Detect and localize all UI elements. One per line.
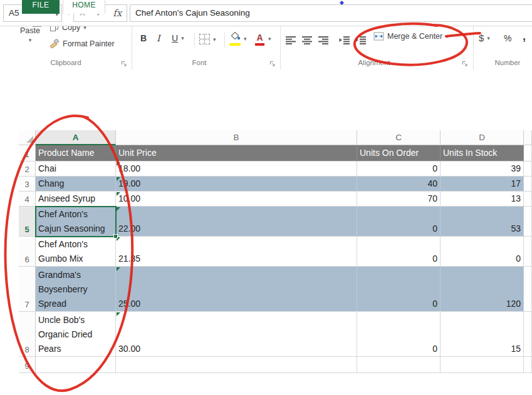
cell-B1[interactable]: Unit Price bbox=[116, 145, 357, 162]
cell-C9[interactable] bbox=[357, 357, 441, 373]
fill-handle[interactable] bbox=[113, 234, 118, 239]
tab-home[interactable]: HOME bbox=[63, 0, 105, 14]
decrease-indent-button[interactable] bbox=[337, 32, 352, 48]
bold-button[interactable]: B bbox=[140, 33, 147, 43]
comma-style-button[interactable]: , bbox=[523, 30, 526, 43]
cell-C6[interactable]: 0 bbox=[357, 237, 441, 267]
cell-value: Chef Anton's Gumbo Mix bbox=[38, 237, 113, 266]
cell-B5[interactable]: 22.00 bbox=[116, 207, 357, 237]
column-header-d[interactable]: D bbox=[441, 130, 524, 145]
align-center-button[interactable] bbox=[300, 32, 315, 48]
tab-file[interactable]: FILE bbox=[22, 0, 60, 14]
format-painter-button[interactable]: Format Painter bbox=[50, 39, 115, 48]
cell-B7[interactable]: 25.00 bbox=[116, 267, 357, 312]
row-header-5[interactable]: 5 bbox=[19, 207, 36, 237]
cell-D1[interactable]: Units In Stock bbox=[441, 145, 524, 162]
dialog-launcher-icon[interactable] bbox=[462, 61, 469, 68]
cell-C1[interactable]: Units On Order bbox=[357, 145, 441, 162]
cell-A5[interactable]: Chef Anton's Cajun Seasoning bbox=[36, 207, 116, 237]
borders-button[interactable]: ▾ bbox=[199, 34, 216, 44]
cell-D2[interactable]: 39 bbox=[441, 162, 524, 177]
align-left-button[interactable] bbox=[283, 32, 298, 48]
cell-D6[interactable]: 0 bbox=[441, 237, 524, 267]
cell-value: 25.00 bbox=[118, 297, 140, 311]
cell-A3[interactable]: Chang bbox=[36, 177, 116, 192]
dialog-launcher-icon[interactable] bbox=[121, 61, 128, 68]
cell-value: 18.00 bbox=[118, 162, 140, 176]
accounting-format-button[interactable]: $ ▾ bbox=[479, 33, 490, 43]
cell-D3[interactable]: 17 bbox=[441, 177, 524, 192]
cell-E1[interactable] bbox=[524, 145, 532, 162]
cell-B3[interactable]: 19.00 bbox=[116, 177, 357, 192]
fill-color-button[interactable]: ▾ bbox=[229, 32, 247, 46]
dollar-icon: $ bbox=[479, 33, 484, 43]
italic-button[interactable]: I bbox=[157, 33, 160, 43]
align-center-icon bbox=[301, 36, 313, 44]
cell-value: Grandma's Boysenberry Spread bbox=[38, 268, 113, 311]
cell-E9[interactable] bbox=[524, 357, 532, 373]
font-color-a-icon: A bbox=[254, 32, 265, 46]
cell-E8[interactable] bbox=[524, 312, 532, 357]
row-header-2[interactable]: 2 bbox=[19, 162, 36, 177]
paint-bucket-icon bbox=[229, 32, 241, 46]
cell-A2[interactable]: Chai bbox=[36, 162, 116, 177]
cell-A7[interactable]: Grandma's Boysenberry Spread bbox=[36, 267, 116, 312]
row-header-7[interactable]: 7 bbox=[19, 267, 36, 312]
cell-E5[interactable] bbox=[524, 207, 532, 237]
cell-A4[interactable]: Aniseed Syrup bbox=[36, 192, 116, 207]
column-header-e-sliver[interactable] bbox=[524, 130, 532, 145]
column-header-b[interactable]: B bbox=[116, 130, 357, 145]
cell-D7[interactable]: 120 bbox=[441, 267, 524, 312]
row-header-8[interactable]: 8 bbox=[19, 312, 36, 357]
cell-E3[interactable] bbox=[524, 177, 532, 192]
cell-C8[interactable]: 0 bbox=[357, 312, 441, 357]
font-color-button[interactable]: A ▾ bbox=[254, 32, 271, 46]
column-header-c[interactable]: C bbox=[357, 130, 441, 145]
cell-C3[interactable]: 40 bbox=[357, 177, 441, 192]
cell-D5[interactable]: 53 bbox=[441, 207, 524, 237]
cell-E7[interactable] bbox=[524, 267, 532, 312]
dialog-launcher-icon[interactable] bbox=[269, 61, 276, 68]
cell-B9[interactable] bbox=[116, 357, 357, 373]
percent-style-button[interactable]: % bbox=[504, 33, 511, 43]
insert-function-icon[interactable]: fx bbox=[113, 8, 122, 19]
cell-value: Uncle Bob's Organic Dried Pears bbox=[38, 313, 113, 356]
row-header-6[interactable]: 6 bbox=[19, 237, 36, 267]
cell-C7[interactable]: 0 bbox=[357, 267, 441, 312]
cell-C5[interactable]: 0 bbox=[357, 207, 441, 237]
formula-input[interactable]: Chef Anton's Cajun Seasoning bbox=[130, 4, 532, 22]
cell-D8[interactable]: 15 bbox=[441, 312, 524, 357]
clipboard-group-label: Clipboard bbox=[25, 59, 107, 66]
row-header-9[interactable]: 9 bbox=[19, 357, 36, 373]
increase-indent-button[interactable] bbox=[353, 32, 368, 48]
decrease-indent-icon bbox=[339, 36, 350, 44]
column-header-a[interactable]: A bbox=[36, 130, 116, 145]
cell-C2[interactable]: 0 bbox=[357, 162, 441, 177]
merge-center-button[interactable]: Merge & Center ▾ bbox=[373, 32, 449, 41]
cell-A1[interactable]: Product Name bbox=[36, 145, 116, 162]
cell-B8[interactable]: 30.00 bbox=[116, 312, 357, 357]
cell-B2[interactable]: 18.00 bbox=[116, 162, 357, 177]
select-all-corner[interactable] bbox=[19, 130, 36, 145]
paintbrush-icon bbox=[50, 39, 60, 48]
cell-value: Chang bbox=[38, 177, 64, 191]
cell-B6[interactable]: 21.35 bbox=[116, 237, 357, 267]
cell-E6[interactable] bbox=[524, 237, 532, 267]
cell-C4[interactable]: 70 bbox=[357, 192, 441, 207]
row-header-1[interactable]: 1 bbox=[19, 145, 36, 162]
cell-A6[interactable]: Chef Anton's Gumbo Mix bbox=[36, 237, 116, 267]
underline-button[interactable]: U ▾ bbox=[172, 33, 184, 43]
chevron-down-icon: ▾ bbox=[213, 36, 216, 43]
cell-D9[interactable] bbox=[441, 357, 524, 373]
cell-E2[interactable] bbox=[524, 162, 532, 177]
cell-A9[interactable] bbox=[36, 357, 116, 373]
row-header-3[interactable]: 3 bbox=[19, 177, 36, 192]
cell-A8[interactable]: Uncle Bob's Organic Dried Pears bbox=[36, 312, 116, 357]
cell-E4[interactable] bbox=[524, 192, 532, 207]
cell-D4[interactable]: 13 bbox=[441, 192, 524, 207]
row-header-4[interactable]: 4 bbox=[19, 192, 36, 207]
cell-value: Chef Anton's Cajun Seasoning bbox=[38, 207, 113, 236]
align-right-button[interactable] bbox=[316, 32, 331, 48]
cell-B4[interactable]: 10.00 bbox=[116, 192, 357, 207]
percent-icon: % bbox=[504, 33, 511, 43]
